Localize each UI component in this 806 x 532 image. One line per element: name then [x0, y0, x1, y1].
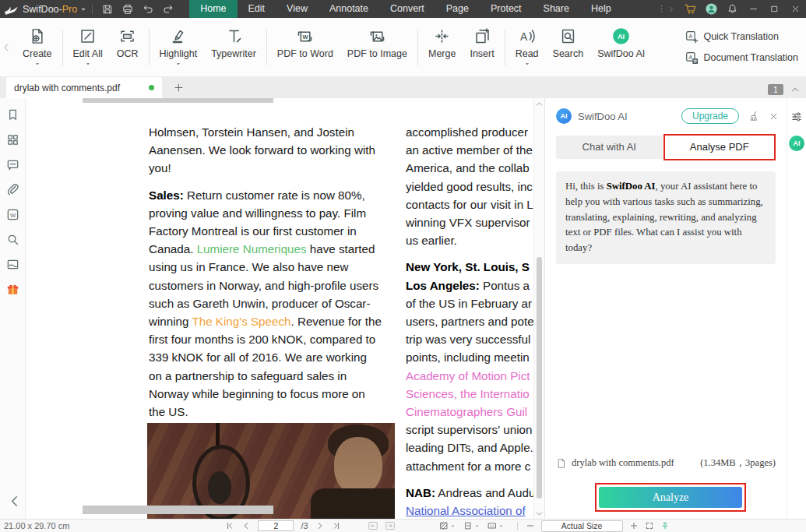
text-run: NAB:	[406, 486, 435, 499]
print-button[interactable]	[118, 0, 138, 18]
pin-icon[interactable]	[660, 521, 670, 530]
analyze-button[interactable]: Analyze	[599, 487, 742, 508]
menu-page[interactable]: Page	[435, 0, 480, 18]
previous-view-icon[interactable]	[368, 520, 378, 531]
search-button[interactable]: Search	[546, 27, 591, 67]
pdf-to-image-icon	[368, 27, 386, 45]
text-run: America, and the collab	[406, 161, 530, 174]
edit-all-button[interactable]: Edit All	[66, 27, 110, 67]
typewriter-label: Typewriter	[211, 48, 256, 59]
sidebar-search-doc-icon[interactable]	[5, 232, 20, 247]
horizontal-scrollbar-top[interactable]	[83, 98, 273, 103]
next-view-icon[interactable]	[385, 520, 396, 531]
app-menu-caret-icon[interactable]	[79, 5, 87, 13]
ai-green-badge-icon[interactable]: AI	[789, 136, 804, 151]
page-layout-control[interactable]	[463, 521, 480, 530]
document-tab[interactable]: drylab with comments.pdf	[6, 77, 162, 98]
undo-button[interactable]	[138, 0, 158, 18]
paragraph: NAB: Andreas and AuduNational Associatio…	[406, 484, 544, 520]
more-dots-icon[interactable]: ⋮	[657, 4, 666, 14]
vertical-scrollbar[interactable]	[533, 98, 544, 520]
menu-protect[interactable]: Protect	[480, 0, 533, 18]
scroll-up-icon[interactable]	[535, 100, 544, 108]
ocr-button[interactable]: OCR OCR	[110, 27, 146, 67]
save-button[interactable]	[97, 0, 118, 18]
menu-share[interactable]: Share	[533, 0, 580, 18]
swifdoo-ai-button[interactable]: AI SwifDoo AI	[590, 27, 652, 67]
new-tab-button[interactable]	[173, 82, 185, 93]
attached-file-row: drylab with comments.pdf (1.34MB，3pages)	[556, 456, 776, 470]
document-link[interactable]: The King's Speech	[192, 315, 290, 328]
sidebar-gift-icon[interactable]	[5, 282, 20, 297]
menu-home[interactable]: Home	[189, 0, 237, 18]
menu-edit[interactable]: Edit	[238, 0, 276, 18]
chevron-right-icon[interactable]	[667, 5, 675, 13]
read-button[interactable]: A Read	[509, 27, 546, 67]
insert-button[interactable]: Insert	[463, 27, 501, 67]
merge-button[interactable]: Merge	[421, 27, 463, 67]
tab-chat-with-ai[interactable]: Chat with AI	[556, 136, 663, 159]
redo-button[interactable]	[158, 0, 178, 18]
page-number-input[interactable]	[258, 520, 294, 531]
sidebar-comment-icon[interactable]	[5, 157, 20, 172]
highlight-button[interactable]: Highlight	[153, 27, 205, 67]
menu-view[interactable]: View	[276, 0, 319, 18]
quick-translation-button[interactable]: AQuick Translation	[685, 30, 798, 44]
pdf-to-word-button[interactable]: W PDF to Word	[270, 27, 340, 67]
clear-chat-icon[interactable]	[748, 110, 760, 122]
create-button[interactable]: Create	[16, 27, 59, 67]
menu-help[interactable]: Help	[580, 0, 622, 18]
next-page-icon[interactable]	[315, 521, 325, 530]
document-link[interactable]: National Association of	[406, 504, 526, 517]
status-bar: 21.00 x 29.70 cm /3 1:1 Actual Size	[0, 519, 806, 532]
user-icon	[705, 2, 718, 16]
text-run: winning	[149, 315, 192, 328]
maximize-button[interactable]	[764, 0, 785, 18]
background-mode-control[interactable]	[439, 521, 456, 530]
fullscreen-icon[interactable]	[645, 521, 654, 530]
previous-page-icon[interactable]	[241, 521, 251, 530]
horizontal-scrollbar-bottom[interactable]	[83, 506, 273, 514]
toolbar-scroll-left-icon[interactable]	[1, 42, 12, 53]
text-line: proving value and willingness to pay. Fi…	[149, 204, 406, 222]
document-link[interactable]: Academy of Motion Pict	[406, 369, 530, 382]
sidebar-collapse-icon[interactable]	[7, 494, 22, 509]
collapse-toolbar-icon[interactable]	[790, 85, 800, 94]
vertical-scrollbar-thumb[interactable]	[537, 257, 542, 499]
document-link[interactable]: Cinematographers Guil	[406, 405, 527, 418]
minimize-icon	[748, 4, 758, 14]
store-button[interactable]	[680, 0, 701, 18]
pdf-to-image-button[interactable]: PDF to Image	[340, 27, 414, 67]
document-translation-button[interactable]: ADocument Translation	[685, 51, 798, 65]
last-page-icon[interactable]	[332, 521, 341, 530]
typewriter-button[interactable]: Typewriter	[204, 27, 263, 67]
close-window-button[interactable]	[785, 0, 806, 18]
actual-ratio-control[interactable]: 1:1	[487, 521, 504, 530]
close-panel-icon[interactable]	[769, 111, 779, 122]
minimize-button[interactable]	[743, 0, 764, 18]
document-link[interactable]: Sciences, the Internatio	[406, 387, 530, 400]
sidebar-bookmark-icon[interactable]	[5, 107, 20, 122]
scroll-down-icon[interactable]	[535, 509, 544, 518]
document-link[interactable]: Lumiere Numeriques	[197, 242, 307, 255]
menu-convert[interactable]: Convert	[379, 0, 435, 18]
zoom-in-icon[interactable]	[629, 521, 639, 530]
sidebar-attachment-icon[interactable]	[5, 182, 20, 197]
account-button[interactable]	[701, 0, 722, 18]
first-page-icon[interactable]	[225, 521, 234, 530]
text-run: trip was very successful	[406, 333, 530, 346]
panel-settings-icon[interactable]	[790, 111, 803, 123]
sidebar-signature-icon[interactable]	[5, 257, 20, 272]
upgrade-button[interactable]: Upgrade	[681, 108, 739, 124]
menu-annotate[interactable]: Annotate	[319, 0, 379, 18]
merge-icon	[433, 27, 451, 45]
sidebar-thumbnails-icon[interactable]	[5, 132, 20, 147]
tab-analyse-pdf[interactable]: Analyse PDF	[667, 137, 773, 157]
zoom-out-icon[interactable]	[526, 521, 535, 530]
zoom-level-select[interactable]: Actual Size	[541, 520, 623, 532]
sidebar-word-doc-icon[interactable]: W	[5, 207, 20, 222]
notifications-button[interactable]	[722, 0, 743, 18]
title-bar: SwifDoo-Pro HomeEditViewAnnotateConvertP…	[0, 0, 806, 18]
paragraph: New York, St. Louis, SLos Angeles: Pontu…	[406, 258, 544, 474]
page-navigation: /3	[225, 520, 340, 531]
